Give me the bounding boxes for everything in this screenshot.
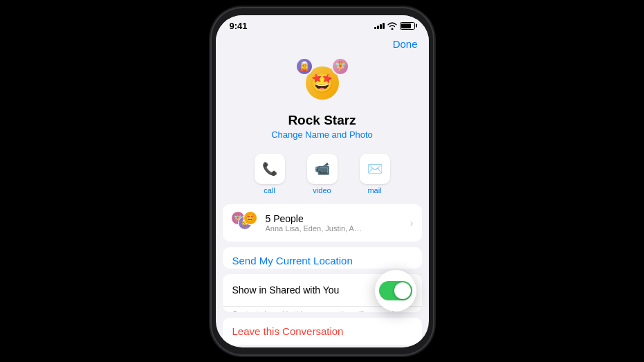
done-button[interactable]: Done (393, 38, 418, 50)
floating-toggle-overlay (375, 270, 416, 311)
action-buttons: 📞 call 📹 video ✉️ mail (216, 148, 429, 201)
show-in-shared-label: Show in Shared with You (232, 284, 340, 296)
signal-icon (374, 23, 385, 29)
members-avatars: 🧚 🧝 🤩 (231, 211, 259, 235)
mail-icon: ✉️ (367, 161, 383, 177)
mail-button[interactable]: ✉️ mail (354, 154, 396, 194)
group-name: Rock Starz (288, 113, 356, 128)
battery-icon (400, 22, 415, 30)
floating-hide-alerts-toggle[interactable] (379, 281, 412, 300)
video-button[interactable]: 📹 video (302, 154, 343, 194)
avatar-group: 🧝 🤩 🧚 (298, 59, 347, 107)
video-icon: 📹 (315, 161, 330, 177)
call-button[interactable]: 📞 call (249, 154, 291, 194)
video-label: video (313, 186, 331, 194)
status-bar: 9:41 (216, 15, 429, 34)
phone-screen: 9:41 (216, 15, 429, 347)
call-label: call (264, 186, 275, 194)
members-row[interactable]: 🧚 🧝 🤩 5 People Anna Lisa, Eden, Justin, … (223, 204, 422, 242)
location-section: Send My Current Location Share My Locati… (223, 247, 422, 269)
mail-label: mail (367, 186, 381, 194)
status-icons (374, 22, 415, 30)
phone-frame: 9:41 (212, 8, 433, 354)
members-names: Anna Lisa, Eden, Justin, Arman... (266, 224, 362, 233)
send-current-location[interactable]: Send My Current Location (223, 247, 422, 269)
members-count: 5 People (266, 213, 410, 224)
avatar-member-2: 🧚 (331, 57, 349, 75)
leave-section: Leave this Conversation (223, 318, 422, 345)
leave-conversation[interactable]: Leave this Conversation (223, 318, 422, 345)
avatar-member-1: 🧝 (295, 57, 313, 75)
done-button-container: Done (216, 34, 429, 53)
change-name-photo[interactable]: Change Name and Photo (271, 129, 373, 140)
wifi-icon (387, 22, 397, 30)
members-info: 5 People Anna Lisa, Eden, Justin, Arman.… (266, 213, 410, 233)
status-time: 9:41 (230, 21, 248, 31)
group-header: 🧝 🤩 🧚 Rock Starz Change Name and Photo (216, 53, 429, 148)
call-icon: 📞 (262, 161, 277, 177)
members-chevron: › (410, 217, 414, 228)
